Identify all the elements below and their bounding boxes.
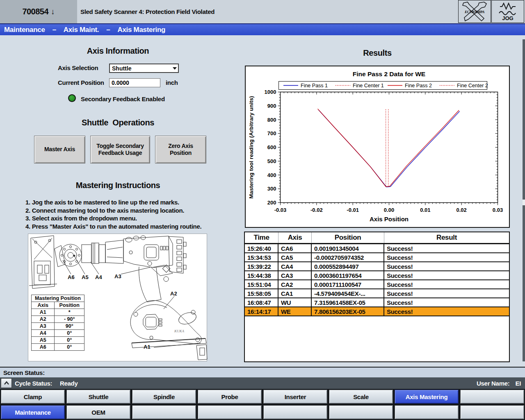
svg-text:500: 500 — [267, 158, 276, 164]
results-row-ca6[interactable]: 15:26:40CA60.001901345004Success! — [245, 244, 509, 253]
softkey-oem[interactable]: OEM — [66, 405, 130, 419]
zero-axis-position-button[interactable]: Zero Axis Position — [155, 136, 206, 163]
svg-text:1000: 1000 — [265, 89, 276, 95]
results-table-header: TimeAxisPositionResult — [245, 232, 509, 244]
results-cell: 15:58:05 — [245, 289, 278, 297]
mastering-table-header: Axis — [32, 302, 55, 309]
softkey-spindle[interactable]: Spindle — [132, 390, 196, 404]
hmi-screen: 700854 ↓ Sled Safety Scanner 4: Protecti… — [0, 0, 525, 420]
jog-label: JOG — [502, 16, 513, 21]
softkey-menu: ClampShuttleSpindleProbeInserterScaleAxi… — [0, 389, 525, 420]
softkey-blank[interactable] — [395, 405, 459, 419]
softkey-blank[interactable] — [329, 405, 393, 419]
svg-text:-0.01: -0.01 — [347, 207, 359, 213]
instruction-list: 1. Jog the axis to be mastered to line u… — [25, 198, 201, 230]
results-row-ca4[interactable]: 15:39:22CA40.000552894497Success! — [245, 262, 509, 271]
results-cell: CA5 — [278, 253, 312, 261]
results-cell: 15:26:40 — [245, 244, 278, 252]
softkey-blank[interactable] — [460, 405, 524, 419]
scrollbar-thumb[interactable] — [523, 200, 525, 205]
diagram-label-a6: A6 — [68, 274, 75, 280]
softkey-blank[interactable] — [198, 405, 262, 419]
svg-text:Fine Center 1: Fine Center 1 — [353, 83, 384, 89]
softkey-blank[interactable] — [263, 405, 327, 419]
mastering-table-cell: 90° — [55, 323, 84, 330]
svg-text:800: 800 — [267, 117, 276, 123]
results-cell: 7.806156203EX-05 — [312, 307, 384, 316]
breadcrumb-separator: – — [106, 26, 110, 34]
results-header-result: Result — [384, 232, 509, 243]
collapse-button[interactable] — [1, 378, 12, 388]
electroimpact-logo-button[interactable]: ECTROIMPA — [458, 0, 491, 23]
results-cell: 15:39:22 — [245, 262, 278, 270]
softkey-blank[interactable] — [132, 405, 196, 419]
results-cell: 0.0003601197654 — [312, 271, 384, 279]
breadcrumb: Maintenance–Axis Maint.–Axis Mastering — [0, 23, 525, 35]
results-row-wu[interactable]: 16:08:47WU7.315961458EX-05Success! — [245, 298, 509, 307]
fine-pass-chart: Fine Pass 2 Data for WEFine Pass 1Fine C… — [245, 66, 510, 228]
alarm-number: 700854 — [22, 7, 48, 16]
svg-text:200: 200 — [267, 200, 276, 206]
right-scrollbar[interactable] — [523, 39, 525, 361]
dropdown-arrow-icon[interactable] — [171, 64, 178, 72]
results-cell: WU — [278, 298, 312, 306]
results-cell: 7.315961458EX-05 — [312, 298, 384, 306]
results-cell: Success! — [384, 280, 509, 288]
svg-text:0.02: 0.02 — [457, 207, 467, 213]
alarm-message: Sled Safety Scanner 4: Protection Field … — [80, 0, 215, 23]
secondary-feedback-led — [68, 94, 76, 102]
results-cell: Success! — [384, 307, 509, 316]
softkey-blank[interactable] — [460, 390, 524, 404]
breadcrumb-item-axis-maint-[interactable]: Axis Maint. — [64, 26, 99, 34]
svg-text:Fine Center 2: Fine Center 2 — [457, 83, 488, 89]
mastering-table-cell: 0° — [55, 337, 84, 344]
breadcrumb-item-axis-mastering[interactable]: Axis Mastering — [117, 26, 165, 34]
results-header-time: Time — [245, 232, 278, 243]
alarm-number-box[interactable]: 700854 ↓ — [0, 0, 77, 23]
svg-text:600: 600 — [267, 144, 276, 150]
results-cell: Success! — [384, 244, 509, 252]
results-row-ca2[interactable]: 15:51:04CA20.0001711100547Success! — [245, 280, 509, 289]
breadcrumb-item-maintenance[interactable]: Maintenance — [4, 26, 45, 34]
svg-text:Fine Pass 2: Fine Pass 2 — [405, 83, 432, 89]
instruction-step-4: 4. Press "Master Axis" to run the automa… — [25, 222, 201, 231]
svg-text:0.00: 0.00 — [384, 207, 394, 213]
results-cell: 16:14:17 — [245, 307, 278, 316]
softkey-probe[interactable]: Probe — [198, 390, 262, 404]
current-position-field[interactable] — [109, 78, 160, 87]
mastering-table-cell: A3 — [32, 323, 55, 330]
mastering-table-cell: A2 — [32, 316, 55, 323]
softkey-clamp[interactable]: Clamp — [1, 390, 65, 404]
master-axis-button[interactable]: Master Axis — [34, 136, 85, 163]
softkey-inserter[interactable]: Inserter — [263, 390, 327, 404]
softkey-maintenance[interactable]: Maintenance — [1, 405, 65, 419]
results-row-ca1[interactable]: 15:58:05CA1-4.579409454EX-...Success! — [245, 289, 509, 298]
instruction-step-1: 1. Jog the axis to be mastered to line u… — [25, 198, 201, 207]
diagram-label-a5: A5 — [82, 274, 89, 280]
unit-label: inch — [166, 79, 178, 86]
results-cell: 15:44:38 — [245, 271, 278, 279]
mastering-table-header: Position — [55, 302, 84, 309]
svg-text:0.03: 0.03 — [493, 207, 503, 213]
results-row-ca5[interactable]: 15:34:53CA5-0.0002705974352Success! — [245, 253, 509, 262]
breadcrumb-separator: – — [52, 26, 56, 34]
results-row-ca3[interactable]: 15:44:38CA30.0003601197654Success! — [245, 271, 509, 280]
mastering-table-cell: 0° — [55, 330, 84, 337]
results-cell: CA3 — [278, 271, 312, 279]
toggle-secondary-feedback-usage-button[interactable]: Toggle Secondary Feedback Usage — [90, 136, 150, 163]
svg-text:Axis Position: Axis Position — [370, 216, 409, 222]
softkey-shuttle[interactable]: Shuttle — [66, 390, 130, 404]
results-cell: CA1 — [278, 289, 312, 297]
instruction-step-3: 3. Select axis from the dropdown menu. — [25, 214, 201, 222]
softkey-axis-mastering[interactable]: Axis Mastering — [395, 390, 459, 404]
screen-status-label: Screen Status: — [3, 369, 45, 376]
results-row-we[interactable]: 16:14:17WE7.806156203EX-05Success! — [245, 307, 509, 316]
svg-text:Fine Pass 2 Data for WE: Fine Pass 2 Data for WE — [353, 70, 425, 77]
jog-mode-button[interactable]: JOG — [491, 0, 524, 23]
softkey-scale[interactable]: Scale — [329, 390, 393, 404]
axis-selection-dropdown[interactable]: Shuttle — [109, 64, 179, 73]
alarm-dropdown-arrow-icon[interactable]: ↓ — [51, 7, 55, 16]
cycle-status-bar: Cycle Status: Ready User Name: EI — [0, 377, 525, 389]
top-bar: 700854 ↓ Sled Safety Scanner 4: Protecti… — [0, 0, 525, 23]
svg-text:Mastering tool reading (Arbitr: Mastering tool reading (Arbitrary units) — [248, 96, 254, 199]
